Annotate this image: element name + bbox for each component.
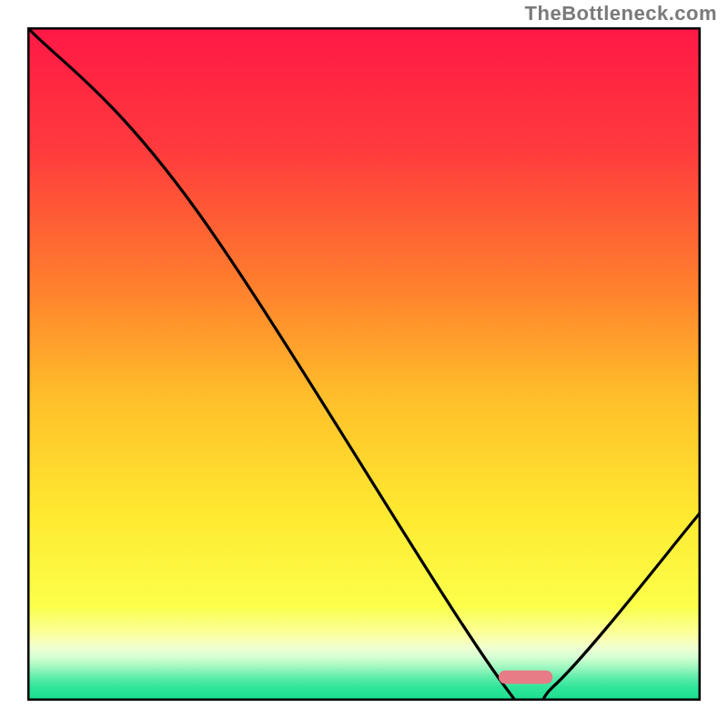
optimum-marker xyxy=(499,671,552,684)
watermark-label: TheBottleneck.com xyxy=(525,2,717,25)
gradient-background xyxy=(27,27,701,701)
chart-svg xyxy=(27,27,701,701)
chart-container xyxy=(27,27,701,701)
